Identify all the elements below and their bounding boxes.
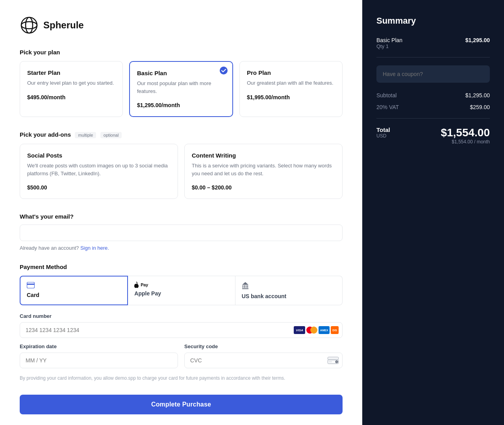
addon-cards: Social Posts We'll create posts with cus… (20, 144, 343, 199)
payment-tab-bank[interactable]: US bank account (235, 276, 343, 305)
payment-section-label: Payment Method (20, 264, 343, 270)
left-panel: Spherule Pick your plan Starter Plan Our… (0, 0, 362, 425)
addon-content-price: $0.00 – $200.00 (192, 184, 335, 191)
svg-rect-4 (27, 284, 35, 285)
mastercard-icon (306, 327, 317, 334)
addon-content-name: Content Writing (192, 152, 335, 159)
plan-card-basic[interactable]: Basic Plan Our most popular plan with mo… (129, 61, 233, 117)
email-section-label: What's your email? (20, 213, 343, 220)
plan-selected-check (220, 67, 228, 74)
logo: Spherule (20, 16, 343, 35)
svg-rect-8 (247, 285, 248, 288)
card-fields: Card number VISA AMEX DIS (20, 313, 343, 368)
disclaimer-text: By providing your card information, you … (20, 375, 343, 382)
subtotal-value: $1,295.00 (465, 92, 490, 98)
addon-card-content[interactable]: Content Writing This is a service with p… (184, 144, 343, 199)
payment-tab-card-label: Card (27, 292, 39, 298)
sign-in-link[interactable]: Sign in here. (80, 245, 109, 251)
expiry-field-group: Expiration date (20, 343, 178, 368)
plan-starter-desc: Our entry level plan to get you started. (27, 79, 115, 87)
subtotal-label: Subtotal (376, 92, 397, 98)
vat-row: 20% VAT $259.00 (376, 104, 490, 110)
cvc-wrap: 1 (184, 353, 343, 368)
plan-cards: Starter Plan Our entry level plan to get… (20, 61, 343, 117)
addon-social-price: $500.00 (27, 184, 170, 191)
plan-basic-name: Basic Plan (137, 70, 225, 76)
addon-card-social[interactable]: Social Posts We'll create posts with cus… (20, 144, 178, 199)
svg-rect-7 (246, 285, 246, 288)
plan-pro-name: Pro Plan (247, 69, 335, 76)
addon-content-desc: This is a service with pricing variants.… (192, 162, 335, 177)
payment-tab-applepay[interactable]: Pay Apple Pay (128, 276, 235, 305)
plan-basic-desc: Our most popular plan with more features… (137, 80, 225, 95)
visa-icon: VISA (294, 326, 305, 334)
vat-value: $259.00 (470, 104, 490, 110)
svg-rect-9 (242, 288, 248, 289)
total-label: Total (376, 126, 390, 133)
total-amount: $1,554.00 (441, 126, 490, 139)
complete-purchase-button[interactable]: Complete Purchase (20, 395, 343, 414)
svg-marker-10 (242, 282, 248, 285)
sign-in-text: Already have an account? Sign in here. (20, 245, 343, 251)
plan-starter-price: $495.00/month (27, 94, 115, 100)
card-brand-icons: VISA AMEX DIS (294, 326, 339, 334)
addon-social-name: Social Posts (27, 152, 170, 159)
card-fields-row: Expiration date Security code 1 (20, 343, 343, 368)
summary-divider-2 (376, 118, 490, 119)
plan-starter-name: Starter Plan (27, 69, 115, 76)
payment-section: Payment Method Card Pay (20, 264, 343, 382)
svg-point-2 (26, 17, 33, 33)
payment-tab-bank-label: US bank account (242, 293, 287, 299)
applepay-icon: Pay (134, 282, 148, 288)
plan-pro-price: $1,995.00/month (247, 94, 335, 100)
plan-basic-price: $1,295.00/month (137, 102, 225, 108)
svg-point-1 (21, 22, 37, 29)
total-subtext: $1,554.00 / month (441, 139, 490, 145)
card-number-label: Card number (20, 313, 343, 319)
cvc-label: Security code (184, 343, 343, 349)
svg-rect-6 (244, 285, 245, 288)
cvc-input[interactable] (184, 353, 343, 368)
coupon-input[interactable] (376, 65, 490, 83)
total-currency: USD (376, 133, 390, 139)
svg-rect-5 (243, 285, 243, 288)
plan-card-starter[interactable]: Starter Plan Our entry level plan to get… (20, 61, 123, 117)
plans-section-label: Pick your plan (20, 49, 343, 56)
plan-card-pro[interactable]: Pro Plan Our greatest plan with all the … (239, 61, 343, 117)
subtotal-row: Subtotal $1,295.00 (376, 92, 490, 98)
card-icon (27, 282, 35, 290)
svg-rect-3 (27, 282, 35, 288)
expiry-input[interactable] (20, 353, 178, 368)
addons-badge-multiple: multiple (75, 132, 96, 138)
amex-icon: AMEX (319, 326, 330, 334)
logo-text: Spherule (43, 20, 84, 31)
svg-point-0 (21, 17, 37, 33)
addons-section-label: Pick your add-ons (20, 131, 71, 138)
svg-rect-12 (328, 359, 339, 360)
logo-icon (20, 16, 39, 35)
addon-social-desc: We'll create posts with custom images on… (27, 162, 170, 177)
card-number-wrap: VISA AMEX DIS (20, 322, 343, 338)
summary-divider-1 (376, 57, 490, 58)
addons-badge-optional: optional (100, 132, 122, 138)
right-panel: Summary Basic Plan Qty 1 $1,295.00 Subto… (362, 0, 504, 425)
cvc-card-icon: 1 (328, 357, 339, 364)
email-section: What's your email? Already have an accou… (20, 213, 343, 251)
summary-product-name: Basic Plan (376, 37, 402, 43)
expiry-label: Expiration date (20, 343, 178, 349)
payment-tab-card[interactable]: Card (20, 276, 128, 305)
discover-icon: DIS (331, 326, 339, 334)
bank-icon (242, 282, 250, 291)
vat-label: 20% VAT (376, 104, 399, 110)
payment-tab-applepay-label: Apple Pay (134, 290, 161, 297)
svg-rect-13 (329, 361, 332, 362)
summary-product-qty: Qty 1 (376, 43, 402, 49)
total-row: Total USD $1,554.00 $1,554.00 / month (376, 126, 490, 145)
payment-tabs: Card Pay Apple Pay (20, 276, 343, 305)
cvc-field-group: Security code 1 (184, 343, 343, 368)
summary-product-line: Basic Plan Qty 1 $1,295.00 (376, 37, 490, 49)
email-input[interactable] (20, 225, 343, 241)
plan-pro-desc: Our greatest plan with all the features. (247, 79, 335, 87)
summary-product-price: $1,295.00 (465, 37, 490, 43)
summary-title: Summary (376, 16, 490, 26)
